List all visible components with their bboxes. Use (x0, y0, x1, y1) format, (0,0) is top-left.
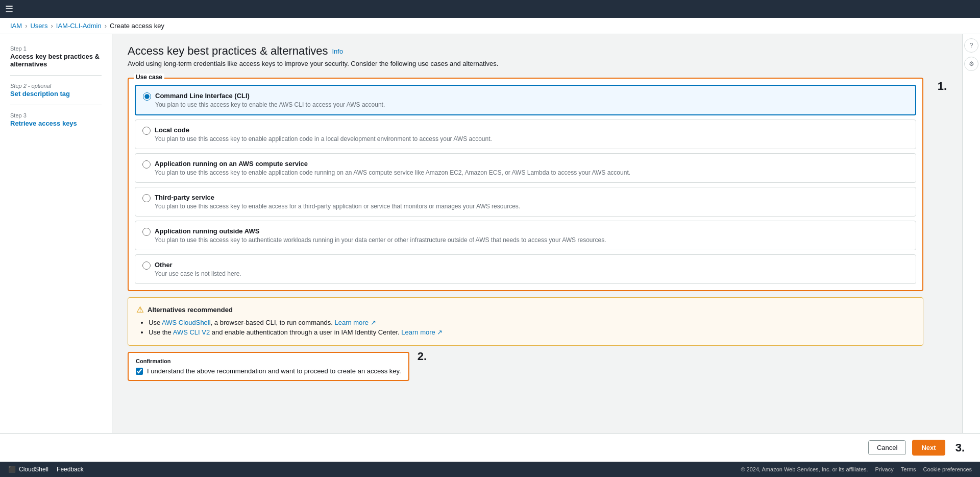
page-title: Access key best practices & alternatives… (128, 44, 947, 58)
sidebar-step-1: Step 1 Access key best practices & alter… (0, 42, 112, 71)
menu-icon[interactable]: ☰ (5, 4, 13, 15)
copyright-text: © 2024, Amazon Web Services, Inc. or its… (741, 466, 868, 472)
radio-cli-desc: You plan to use this access key to enabl… (155, 101, 385, 108)
bottom-right: © 2024, Amazon Web Services, Inc. or its… (741, 466, 972, 472)
sidebar-step3-label: Step 3 (10, 112, 102, 118)
breadcrumb-users[interactable]: Users (30, 22, 47, 30)
cloudshell-button[interactable]: ⬛ CloudShell (8, 466, 48, 473)
radio-other[interactable] (142, 261, 151, 270)
confirmation-row: I understand the above recommendation an… (136, 367, 401, 375)
sidebar: Step 1 Access key best practices & alter… (0, 34, 112, 433)
learn-more-1[interactable]: Learn more ↗ (334, 319, 376, 326)
step-3-number: 3. (955, 441, 965, 455)
radio-cli-content: Command Line Interface (CLI) You plan to… (155, 92, 385, 108)
alternatives-title: Alternatives recommended (148, 306, 233, 314)
sidebar-step2-title[interactable]: Set description tag (10, 90, 102, 98)
use-case-label: Use case (134, 74, 164, 81)
breadcrumb-sep-3: › (105, 22, 107, 30)
breadcrumb-iam[interactable]: IAM (10, 22, 22, 30)
page-subtitle: Avoid using long-term credentials like a… (128, 60, 947, 67)
alternatives-list: Use AWS CloudShell, a browser-based CLI,… (149, 319, 915, 336)
alt-item-2: Use the AWS CLI V2 and enable authentica… (149, 328, 915, 336)
cloudshell-label: CloudShell (19, 466, 48, 473)
alt-item-1: Use AWS CloudShell, a browser-based CLI,… (149, 319, 915, 326)
radio-other-desc: Your use case is not listed here. (155, 270, 241, 277)
confirmation-checkbox[interactable] (136, 368, 143, 375)
sidebar-step1-label: Step 1 (10, 45, 102, 52)
radio-aws-compute-desc: You plan to use this access key to enabl… (155, 169, 630, 176)
radio-option-aws-compute[interactable]: Application running on an AWS compute se… (135, 153, 916, 183)
radio-outside-aws-content: Application running outside AWS You plan… (155, 227, 606, 244)
settings-icon[interactable]: ⚙ (964, 57, 978, 71)
radio-local-code[interactable] (142, 127, 151, 135)
radio-option-local-code[interactable]: Local code You plan to use this access k… (135, 120, 916, 149)
radio-aws-compute-title: Application running on an AWS compute se… (155, 160, 630, 168)
sidebar-divider-2 (10, 105, 102, 105)
alternatives-header: ⚠ Alternatives recommended (136, 305, 915, 315)
main-content: Access key best practices & alternatives… (112, 34, 962, 433)
learn-more-2[interactable]: Learn more ↗ (401, 328, 443, 336)
cloudshell-link[interactable]: AWS CloudShell (162, 319, 211, 326)
radio-option-other[interactable]: Other Your use case is not listed here. (135, 254, 916, 284)
confirmation-label: Confirmation (136, 358, 401, 364)
breadcrumb: IAM › Users › IAM-CLI-Admin › Create acc… (0, 18, 980, 34)
breadcrumb-iam-cli-admin[interactable]: IAM-CLI-Admin (56, 22, 102, 30)
privacy-link[interactable]: Privacy (875, 466, 894, 472)
info-link[interactable]: Info (332, 47, 344, 55)
sidebar-step-3: Step 3 Retrieve access keys (0, 109, 112, 130)
question-icon[interactable]: ? (964, 38, 978, 53)
bottom-bar: ⬛ CloudShell Feedback © 2024, Amazon Web… (0, 462, 980, 477)
warning-icon: ⚠ (136, 305, 143, 315)
radio-option-outside-aws[interactable]: Application running outside AWS You plan… (135, 221, 916, 250)
step-2-number: 2. (418, 350, 427, 363)
radio-third-party[interactable] (142, 194, 151, 202)
radio-cli-title: Command Line Interface (CLI) (155, 92, 385, 100)
next-button[interactable]: Next (912, 440, 945, 456)
use-case-box: Use case Command Line Interface (CLI) Yo… (128, 78, 923, 291)
cookie-preferences-link[interactable]: Cookie preferences (923, 466, 972, 472)
radio-outside-aws-desc: You plan to use this access key to authe… (155, 236, 606, 244)
page-title-text: Access key best practices & alternatives (128, 44, 328, 58)
breadcrumb-current: Create access key (110, 22, 164, 30)
breadcrumb-sep-2: › (51, 22, 53, 30)
radio-third-party-desc: You plan to use this access key to enabl… (155, 203, 520, 210)
alternatives-box: ⚠ Alternatives recommended Use AWS Cloud… (128, 297, 923, 346)
radio-third-party-content: Third-party service You plan to use this… (155, 194, 520, 210)
radio-local-code-desc: You plan to use this access key to enabl… (155, 135, 492, 142)
sidebar-step-2: Step 2 - optional Set description tag (0, 80, 112, 101)
use-case-container: Use case Command Line Interface (CLI) Yo… (128, 78, 923, 381)
sidebar-step3-title[interactable]: Retrieve access keys (10, 120, 102, 127)
step1-content: Use case Command Line Interface (CLI) Yo… (128, 78, 947, 381)
step-1-number: 1. (938, 80, 947, 93)
radio-third-party-title: Third-party service (155, 194, 520, 201)
top-navigation-bar: ☰ (0, 0, 980, 18)
radio-other-content: Other Your use case is not listed here. (155, 261, 241, 277)
radio-outside-aws[interactable] (142, 228, 151, 236)
radio-option-third-party[interactable]: Third-party service You plan to use this… (135, 187, 916, 217)
radio-local-code-title: Local code (155, 126, 492, 134)
terms-link[interactable]: Terms (901, 466, 916, 472)
cloudshell-icon: ⬛ (8, 466, 16, 473)
breadcrumb-sep-1: › (25, 22, 27, 30)
radio-option-cli[interactable]: Command Line Interface (CLI) You plan to… (135, 85, 916, 115)
radio-other-title: Other (155, 261, 241, 269)
confirmation-text: I understand the above recommendation an… (147, 367, 401, 375)
right-icons-bar: ? ⚙ (962, 34, 980, 433)
radio-local-code-content: Local code You plan to use this access k… (155, 126, 492, 142)
sidebar-step2-label: Step 2 - optional (10, 83, 102, 89)
confirmation-box: Confirmation I understand the above reco… (128, 352, 409, 381)
sidebar-step1-title[interactable]: Access key best practices & alternatives (10, 53, 102, 68)
sidebar-divider-1 (10, 75, 102, 76)
cancel-button[interactable]: Cancel (868, 440, 906, 455)
radio-aws-compute-content: Application running on an AWS compute se… (155, 160, 630, 176)
action-bar: Cancel Next 3. (0, 433, 980, 462)
feedback-button[interactable]: Feedback (57, 466, 84, 473)
radio-outside-aws-title: Application running outside AWS (155, 227, 606, 235)
radio-cli[interactable] (143, 92, 151, 101)
radio-aws-compute[interactable] (142, 160, 151, 169)
step2-content: Confirmation I understand the above reco… (128, 346, 923, 381)
aws-cli-v2-link[interactable]: AWS CLI V2 (173, 328, 210, 336)
